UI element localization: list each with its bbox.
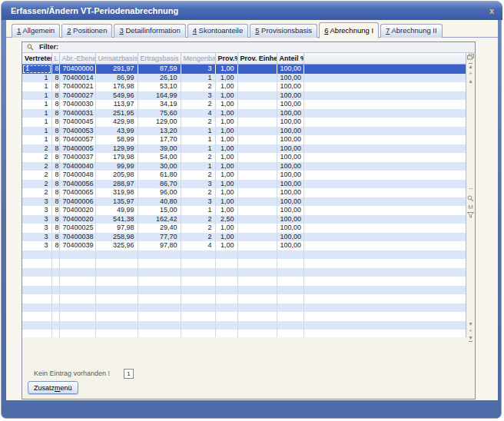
cell-einheiten[interactable] (237, 153, 277, 162)
cell-vertreter[interactable]: 3 (22, 233, 51, 242)
cell-ertrag[interactable]: 87,59 (138, 65, 181, 74)
tab-detailinformation[interactable]: 3 Detailinformation (114, 24, 185, 38)
cell-l[interactable]: 8 (51, 153, 59, 162)
cell-filler[interactable] (303, 180, 466, 189)
column-header-anteil[interactable]: Anteil % (277, 53, 303, 65)
cell-filler[interactable] (303, 91, 466, 101)
cell-l[interactable]: 8 (51, 135, 59, 144)
cell-umsatz[interactable]: 86,99 (95, 74, 138, 83)
cell-ebene[interactable]: 70400005 (59, 144, 95, 154)
cell-filler[interactable] (303, 224, 466, 233)
cell-anteil[interactable]: 100,00 (277, 82, 303, 91)
cell-vertreter[interactable]: 3 (22, 197, 51, 207)
table-row[interactable]: 1870400045429,98129,0021,00100,00 (22, 118, 466, 127)
cell-anteil[interactable]: 100,00 (277, 127, 303, 136)
cell-umsatz[interactable]: 205,98 (95, 171, 138, 180)
cell-menge[interactable]: 2 (181, 153, 215, 162)
cell-ebene[interactable]: 70400020 (59, 206, 95, 215)
column-header-prov[interactable]: Prov.% (215, 53, 237, 65)
cell-filler[interactable] (303, 215, 466, 224)
cell-einheiten[interactable] (237, 118, 277, 127)
cell-einheiten[interactable] (237, 127, 277, 136)
cell-umsatz[interactable]: 113,97 (95, 100, 138, 109)
cell-einheiten[interactable] (237, 241, 277, 250)
cell-einheiten[interactable] (237, 224, 277, 233)
cell-ebene[interactable]: 70400030 (59, 100, 95, 109)
cell-ebene[interactable]: 70400038 (59, 233, 95, 242)
cell-umsatz[interactable]: 49,99 (95, 206, 138, 215)
cell-menge[interactable]: 2 (181, 100, 215, 109)
cell-einheiten[interactable] (237, 233, 277, 242)
cell-anteil[interactable]: 100,00 (277, 153, 303, 162)
cell-umsatz[interactable]: 129,99 (95, 144, 138, 154)
cell-anteil[interactable]: 100,00 (277, 118, 303, 127)
cell-filler[interactable] (303, 82, 466, 91)
cell-prov[interactable]: 1,00 (215, 82, 237, 91)
cell-ebene[interactable]: 70400037 (59, 153, 95, 162)
cell-einheiten[interactable] (237, 65, 277, 74)
cell-l[interactable]: 8 (51, 127, 59, 136)
cell-vertreter[interactable]: 1 (22, 82, 51, 91)
cell-anteil[interactable]: 100,00 (277, 241, 303, 250)
column-header-umsatz[interactable]: Umsatzbasis EUR (95, 53, 138, 65)
cell-ertrag[interactable]: 26,10 (138, 74, 181, 83)
table-row[interactable]: 3870400039325,9697,8041,00100,00 (22, 241, 466, 250)
cell-vertreter[interactable]: 2 (22, 188, 51, 197)
cell-menge[interactable]: 1 (181, 127, 215, 136)
cell-umsatz[interactable]: 319,98 (95, 188, 138, 197)
cell-ebene[interactable]: 70400040 (59, 162, 95, 171)
column-header-menge[interactable]: Mengenbasis (181, 53, 215, 65)
cell-prov[interactable]: 1,00 (215, 91, 237, 101)
cell-anteil[interactable]: 100,00 (277, 180, 303, 189)
column-width-icon[interactable]: ↔ (466, 185, 475, 192)
cell-anteil[interactable]: 100,00 (277, 109, 303, 118)
filter-funnel-icon[interactable] (466, 212, 475, 219)
cell-l[interactable]: 8 (51, 215, 59, 224)
cell-ertrag[interactable]: 86,70 (138, 180, 181, 189)
cell-einheiten[interactable] (237, 91, 277, 101)
cell-l[interactable]: 8 (51, 171, 59, 180)
table-row[interactable]: 1870400030113,9734,1921,00100,00 (22, 100, 466, 109)
cell-umsatz[interactable]: 179,98 (95, 153, 138, 162)
cell-filler[interactable] (303, 233, 466, 242)
table-row[interactable]: 387040002597,9829,4021,00100,00 (22, 224, 466, 233)
cell-anteil[interactable]: 100,00 (277, 74, 303, 83)
cell-ertrag[interactable]: 77,70 (138, 233, 181, 242)
table-row[interactable]: 1870400021176,9853,1021,00100,00 (22, 82, 466, 91)
cell-ebene[interactable]: 70400039 (59, 241, 95, 250)
cell-vertreter[interactable]: 1 (22, 109, 51, 118)
cell-ertrag[interactable]: 13,20 (138, 127, 181, 136)
cell-prov[interactable]: 1,00 (215, 206, 237, 215)
column-header-vertreter[interactable]: Vertreter-Nr. (22, 53, 51, 65)
cell-ertrag[interactable]: 15,00 (138, 206, 181, 215)
cell-einheiten[interactable] (237, 135, 277, 144)
cell-ebene[interactable]: 70400021 (59, 82, 95, 91)
cell-menge[interactable]: 3 (181, 91, 215, 101)
cell-prov[interactable]: 1,00 (215, 74, 237, 83)
table-row[interactable]: 187040005343,9913,2011,00100,00 (22, 127, 466, 136)
cell-l[interactable]: 8 (51, 241, 59, 250)
cell-l[interactable]: 8 (51, 162, 59, 171)
column-header-l[interactable]: L (51, 53, 59, 65)
cell-anteil[interactable]: 100,00 (277, 215, 303, 224)
cell-umsatz[interactable]: 97,98 (95, 224, 138, 233)
cell-umsatz[interactable]: 288,97 (95, 180, 138, 189)
cell-l[interactable]: 8 (51, 118, 59, 127)
cell-anteil[interactable]: 100,00 (277, 135, 303, 144)
cell-menge[interactable]: 1 (181, 206, 215, 215)
cell-anteil[interactable]: 100,00 (277, 100, 303, 109)
cell-umsatz[interactable]: 43,99 (95, 127, 138, 136)
table-row[interactable]: 1870400027549,96164,9931,00100,00 (22, 91, 466, 101)
cell-vertreter[interactable]: 2 (22, 180, 51, 189)
cell-einheiten[interactable] (237, 206, 277, 215)
cell-anteil[interactable]: 100,00 (277, 162, 303, 171)
cell-vertreter[interactable]: 1 (22, 100, 51, 109)
cell-menge[interactable]: 2 (181, 233, 215, 242)
cell-l[interactable]: 8 (51, 144, 59, 154)
cell-l[interactable]: 8 (51, 65, 59, 74)
cell-einheiten[interactable] (237, 144, 277, 154)
cell-filler[interactable] (303, 206, 466, 215)
cell-ertrag[interactable]: 53,10 (138, 82, 181, 91)
cell-menge[interactable]: 2 (181, 171, 215, 180)
column-header-einheiten[interactable]: Prov. Einheiten (237, 53, 277, 65)
